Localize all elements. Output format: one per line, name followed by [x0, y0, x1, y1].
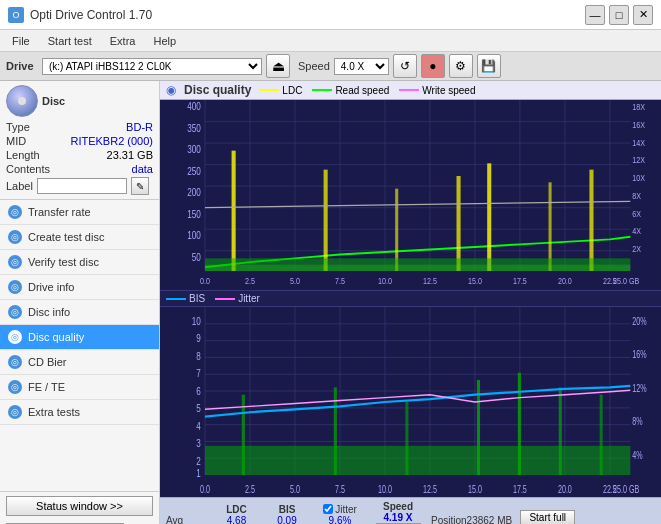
svg-text:400: 400	[187, 101, 201, 112]
disc-quality-icon: ◎	[8, 330, 22, 344]
menu-file[interactable]: File	[4, 33, 38, 49]
menu-extra[interactable]: Extra	[102, 33, 144, 49]
titlebar-left: O Opti Drive Control 1.70	[8, 7, 152, 23]
svg-text:4X: 4X	[632, 227, 641, 237]
svg-text:25.0 GB: 25.0 GB	[613, 483, 639, 495]
window-controls[interactable]: — □ ✕	[585, 5, 653, 25]
svg-text:20%: 20%	[632, 315, 646, 327]
disc-type-value: BD-R	[126, 121, 153, 133]
refresh-button[interactable]: ↺	[393, 54, 417, 78]
drive-select[interactable]: (k:) ATAPI iHBS112 2 CL0K	[42, 58, 262, 75]
sidebar-item-disc-quality[interactable]: ◎ Disc quality	[0, 325, 159, 350]
sidebar-item-drive-info[interactable]: ◎ Drive info	[0, 275, 159, 300]
minimize-button[interactable]: —	[585, 5, 605, 25]
maximize-button[interactable]: □	[609, 5, 629, 25]
svg-text:8%: 8%	[632, 416, 642, 428]
svg-text:3: 3	[196, 437, 201, 450]
cd-bier-icon: ◎	[8, 355, 22, 369]
svg-text:150: 150	[187, 209, 201, 220]
svg-text:25.0 GB: 25.0 GB	[613, 276, 639, 286]
disc-header: Disc	[6, 85, 153, 117]
fe-te-icon: ◎	[8, 380, 22, 394]
speed-header: Speed	[383, 501, 413, 512]
menu-start-test[interactable]: Start test	[40, 33, 100, 49]
legend-jitter: Jitter	[215, 293, 260, 304]
nav-items: ◎ Transfer rate ◎ Create test disc ◎ Ver…	[0, 200, 159, 491]
svg-rect-80	[518, 373, 521, 475]
eject-button[interactable]: ⏏	[266, 54, 290, 78]
legend-read-speed-color	[312, 89, 332, 91]
svg-text:2.5: 2.5	[245, 483, 255, 495]
menu-help[interactable]: Help	[145, 33, 184, 49]
stats-ldc-col: LDC 4.68 389 1788095	[214, 504, 259, 525]
svg-rect-25	[589, 170, 593, 271]
legend-write-speed-label: Write speed	[422, 85, 475, 96]
svg-text:14X: 14X	[632, 138, 645, 148]
position-label: Position	[431, 515, 467, 525]
chart-title: Disc quality	[184, 83, 251, 97]
progress-section: 33:10	[0, 520, 159, 524]
verify-test-disc-icon: ◎	[8, 255, 22, 269]
svg-rect-22	[457, 176, 461, 271]
svg-text:350: 350	[187, 123, 201, 134]
svg-text:9: 9	[196, 332, 201, 345]
speed-select[interactable]: 4.0 X	[334, 58, 389, 75]
svg-text:6X: 6X	[632, 209, 641, 219]
avg-ldc: 4.68	[227, 515, 246, 525]
bottom-chart-legend: BIS Jitter	[160, 290, 661, 307]
transfer-rate-icon: ◎	[8, 205, 22, 219]
svg-text:250: 250	[187, 166, 201, 177]
bottom-chart-container: 10 9 8 7 6 5 4 3 2 1 20% 16% 12% 8% 4% 0…	[160, 307, 661, 497]
svg-text:8: 8	[196, 349, 201, 362]
disc-label-input[interactable]	[37, 178, 127, 194]
svg-text:20.0: 20.0	[558, 276, 572, 286]
svg-rect-75	[205, 446, 630, 475]
position-row: Position 23862 MB	[431, 515, 512, 525]
sidebar-item-fe-te[interactable]: ◎ FE / TE	[0, 375, 159, 400]
sidebar-item-cd-bier[interactable]: ◎ CD Bier	[0, 350, 159, 375]
sidebar-item-label: CD Bier	[28, 356, 67, 368]
disc-label-edit-button[interactable]: ✎	[131, 177, 149, 195]
svg-text:5.0: 5.0	[290, 276, 300, 286]
legend-write-speed: Write speed	[399, 85, 475, 96]
disc-label-label: Label	[6, 180, 33, 192]
svg-text:20.0: 20.0	[558, 483, 572, 495]
jitter-header-row: Jitter	[323, 504, 357, 515]
legend-ldc-color	[259, 89, 279, 91]
svg-text:2.5: 2.5	[245, 276, 255, 286]
stats-jitter-col: Jitter 9.6% 11.1% -	[315, 504, 365, 525]
close-button[interactable]: ✕	[633, 5, 653, 25]
svg-text:7.5: 7.5	[335, 276, 345, 286]
jitter-checkbox[interactable]	[323, 504, 333, 514]
disc-length-label: Length	[6, 149, 40, 161]
sidebar-item-label: Disc info	[28, 306, 70, 318]
status-window-button[interactable]: Status window >>	[6, 496, 153, 516]
start-full-button[interactable]: Start full	[520, 510, 575, 525]
left-panel: Disc Type BD-R MID RITEKBR2 (000) Length…	[0, 81, 160, 524]
avg-bis: 0.09	[277, 515, 296, 525]
svg-text:5.0: 5.0	[290, 483, 300, 495]
disc-label-row: Label ✎	[6, 177, 153, 195]
svg-text:16X: 16X	[632, 120, 645, 130]
svg-text:16%: 16%	[632, 349, 646, 361]
chart-header-icon: ◉	[166, 83, 176, 97]
disc-icon	[6, 85, 38, 117]
settings-button[interactable]: ⚙	[449, 54, 473, 78]
disc-type-row: Type BD-R	[6, 121, 153, 133]
disc-mid-value: RITEKBR2 (000)	[70, 135, 153, 147]
app-icon: O	[8, 7, 24, 23]
svg-rect-23	[487, 163, 491, 271]
svg-text:4: 4	[196, 419, 201, 432]
sidebar-item-transfer-rate[interactable]: ◎ Transfer rate	[0, 200, 159, 225]
svg-text:6: 6	[196, 384, 201, 397]
speed-label: Speed	[298, 60, 330, 72]
record-button[interactable]: ●	[421, 54, 445, 78]
save-button[interactable]: 💾	[477, 54, 501, 78]
svg-rect-26	[205, 258, 630, 271]
sidebar-item-create-test-disc[interactable]: ◎ Create test disc	[0, 225, 159, 250]
sidebar-item-extra-tests[interactable]: ◎ Extra tests	[0, 400, 159, 425]
svg-text:1: 1	[196, 466, 201, 479]
sidebar-item-disc-info[interactable]: ◎ Disc info	[0, 300, 159, 325]
disc-info-panel: Disc Type BD-R MID RITEKBR2 (000) Length…	[0, 81, 159, 200]
sidebar-item-verify-test-disc[interactable]: ◎ Verify test disc	[0, 250, 159, 275]
